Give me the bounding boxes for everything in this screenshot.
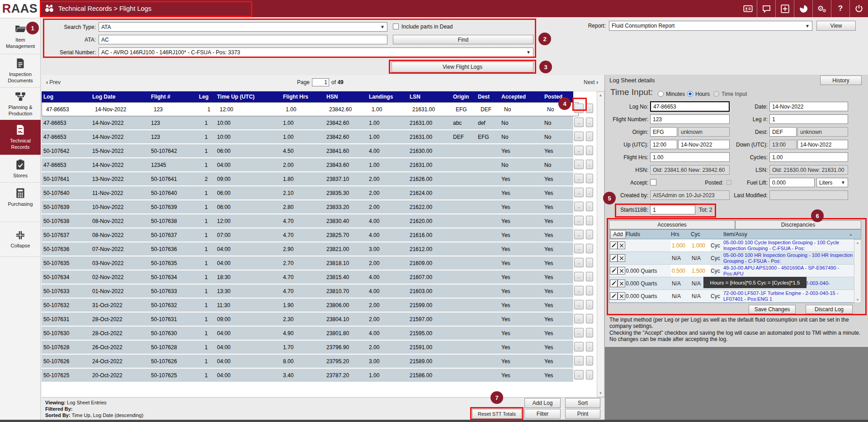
row-action-button[interactable]: . [586, 356, 593, 365]
row-action-button[interactable]: . [586, 342, 593, 351]
report-view-button[interactable]: View [816, 21, 856, 31]
row-action-button[interactable]: . [586, 300, 593, 309]
chat-icon[interactable] [757, 0, 775, 17]
edit-accessory-icon[interactable] [610, 280, 618, 287]
fuel-lift-input[interactable]: 0.000 [769, 178, 815, 187]
scroll-up-icon[interactable]: ▲ [856, 241, 859, 244]
row-action-button[interactable]: . [586, 328, 593, 337]
table-row[interactable]: 50-10763808-Nov-202250-107638112:004.702… [42, 214, 604, 228]
row-details-button[interactable]: .. [574, 356, 584, 365]
row-details-button[interactable]: .. [574, 370, 584, 379]
accessories-scrollbar[interactable]: ▲▼ [854, 239, 861, 303]
row-action-button[interactable]: . [586, 146, 593, 155]
accessory-hrs[interactable]: 0.500 [671, 265, 691, 277]
row-details-button[interactable]: .. [574, 188, 584, 197]
table-row[interactable]: 47-8665314-Nov-2022123112:001.0023842.60… [42, 102, 604, 115]
dest-input[interactable]: DEF [769, 127, 797, 137]
table-row[interactable]: 50-10763910-Nov-202250-107639106:002.802… [42, 200, 604, 213]
flight-hrs-input[interactable]: 1.00 [650, 152, 730, 162]
settings-icon[interactable]: ⚙⚙ [812, 0, 831, 17]
table-scrollbar[interactable]: ▲▼ [597, 91, 604, 397]
table-row[interactable]: 50-10763503-Nov-202250-107635104:002.702… [42, 256, 604, 270]
delete-accessory-icon[interactable] [618, 254, 625, 262]
sort-button[interactable]: Sort [565, 398, 600, 408]
scroll-down-icon[interactable]: ▼ [599, 391, 603, 395]
accessory-item-link[interactable]: 05-00-00 100 Cycle Inspection Grouping -… [723, 240, 854, 251]
table-row[interactable]: 50-10763028-Oct-202250-107630104:004.902… [42, 327, 604, 340]
ata-input[interactable]: AC [99, 35, 387, 44]
discard-log-button[interactable]: Discard Log [806, 305, 853, 314]
add-accessory-button[interactable]: Add [610, 230, 626, 239]
tab-discrepancies[interactable]: Discrepancies [735, 220, 861, 229]
filter-button[interactable]: Filter [524, 409, 561, 419]
add-icon[interactable] [775, 0, 794, 17]
next-page-button[interactable]: Next › [584, 79, 598, 85]
prev-page-button[interactable]: ‹ Prev [46, 79, 61, 85]
row-action-button[interactable]: . [586, 314, 593, 323]
row-details-button[interactable]: .. [574, 258, 584, 267]
accessory-item-link[interactable]: 05-00-00 100 HR Inspection Grouping - 10… [723, 252, 854, 264]
row-details-button[interactable]: .. [574, 104, 584, 113]
row-details-button[interactable]: .. [574, 314, 584, 323]
delete-accessory-icon[interactable] [618, 267, 625, 275]
find-button[interactable]: Find [393, 35, 533, 44]
row-action-button[interactable]: . [586, 216, 593, 225]
sidebar-item-technical-records[interactable]: Technical Records [0, 120, 41, 155]
row-details-button[interactable]: .. [574, 160, 584, 169]
row-details-button[interactable]: .. [574, 286, 584, 295]
page-number-input[interactable] [312, 78, 329, 86]
table-row[interactable]: 50-10763128-Oct-202250-107631109:002.302… [42, 313, 604, 326]
print-button[interactable]: Print [565, 409, 600, 419]
row-action-button[interactable]: . [586, 258, 593, 267]
radio-minutes[interactable] [658, 91, 664, 97]
row-details-button[interactable]: .. [574, 244, 584, 253]
contact-card-icon[interactable] [739, 0, 757, 17]
flight-number-input[interactable]: 123 [650, 114, 730, 124]
edit-accessory-icon[interactable] [610, 254, 618, 262]
cycles-input[interactable]: 1.00 [769, 152, 848, 162]
origin-input[interactable]: EFG [650, 127, 677, 137]
sidebar-item-planning-production[interactable]: Planning & Production [0, 87, 41, 120]
row-action-button[interactable]: . [586, 370, 593, 379]
accessory-item-link[interactable]: 72-00-00 LF507-1F Turbine Engine - 2-003… [723, 290, 854, 302]
row-action-button[interactable]: . [586, 230, 593, 239]
row-details-button[interactable]: .. [574, 174, 584, 183]
report-select[interactable]: Fluid Consumption Report▼ [609, 21, 812, 31]
radio-hours[interactable] [687, 91, 693, 97]
table-row[interactable]: 50-10763607-Nov-202250-107636104:002.902… [42, 242, 604, 256]
table-row[interactable]: 50-10763708-Nov-202250-107637107:004.702… [42, 228, 604, 242]
delete-accessory-icon[interactable] [618, 280, 625, 287]
delete-accessory-icon[interactable] [618, 292, 625, 300]
row-details-button[interactable]: .. [574, 272, 584, 281]
row-details-button[interactable]: .. [574, 216, 584, 225]
accessory-hrs[interactable]: 1.000 [671, 239, 691, 251]
serial-number-select[interactable]: AC - AVRO 146RJ100 - 146RJ100* - C-FSUA … [99, 47, 533, 57]
row-details-button[interactable]: .. [574, 146, 584, 155]
add-log-button[interactable]: Add Log [524, 398, 561, 408]
table-row[interactable]: 50-10763231-Oct-202250-107632111:301.902… [42, 299, 604, 312]
row-details-button[interactable]: .. [574, 342, 584, 351]
delete-accessory-icon[interactable] [618, 242, 625, 249]
table-row[interactable]: 50-10764011-Nov-202250-107640106:002.102… [42, 186, 604, 199]
date-input[interactable]: 14-Nov-2022 [769, 102, 848, 111]
row-details-button[interactable]: .. [574, 230, 584, 239]
down-date-input[interactable]: 14-Nov-2022 [797, 140, 848, 149]
table-row[interactable]: 50-10762520-Oct-202250-107625104:003.402… [42, 369, 604, 382]
accessory-cyc[interactable]: 1.000 [691, 239, 711, 251]
accept-checkbox[interactable] [650, 179, 656, 185]
row-action-button[interactable]: . [586, 286, 593, 295]
row-action-button[interactable]: . [586, 118, 593, 127]
table-row[interactable]: 50-10763301-Nov-202250-107633113:304.702… [42, 284, 604, 298]
reset-stt-totals-button[interactable]: Reset STT Totals [472, 409, 522, 419]
sidebar-item-inspection-documents[interactable]: Inspection Documents [0, 54, 41, 87]
row-details-button[interactable]: .. [574, 118, 584, 127]
search-type-select[interactable]: ATA▼ [99, 22, 387, 32]
scroll-up-icon[interactable]: ▲ [847, 232, 854, 237]
pie-chart-icon[interactable] [794, 0, 812, 17]
fuel-unit-select[interactable]: Liters▼ [816, 178, 848, 187]
edit-accessory-icon[interactable] [610, 267, 618, 275]
row-action-button[interactable]: . [586, 202, 593, 211]
row-action-button[interactable]: . [586, 188, 593, 197]
save-changes-button[interactable]: Save Changes [749, 305, 796, 314]
up-time-input[interactable]: 12:00 [650, 140, 677, 149]
